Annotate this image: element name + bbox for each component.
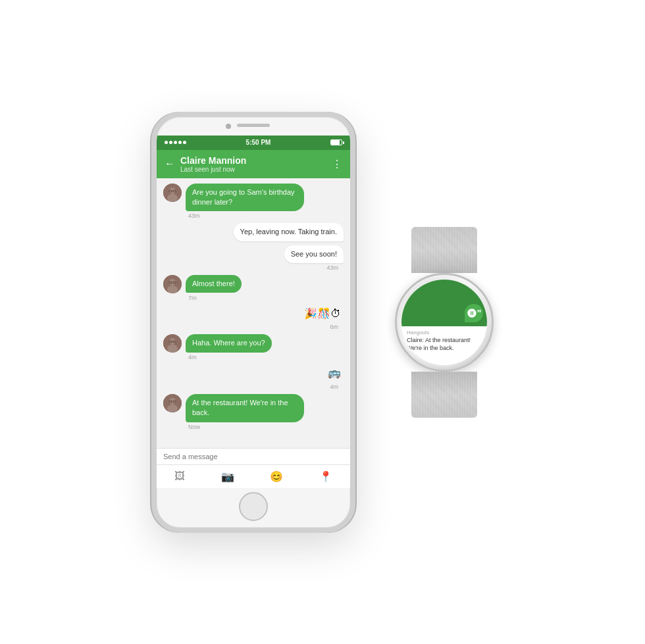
message-row-3: See you soon! [163, 245, 344, 263]
message-bubble-4: Almost there! [186, 275, 242, 293]
status-time: 5:50 PM [246, 139, 271, 146]
watch-crown [492, 313, 494, 332]
message-time-8: Now [186, 424, 344, 430]
svg-point-13 [169, 338, 176, 345]
message-block-8: At the restaurant! We're in the back. No… [163, 394, 344, 430]
message-row-7: 🚌 [163, 364, 344, 382]
watch-notification-header [401, 280, 487, 327]
avatar-image-6 [163, 334, 182, 353]
svg-point-20 [167, 405, 178, 412]
message-bubble-1: Are you going to Sam's birthday dinner l… [186, 184, 304, 212]
status-bar: 5:50 PM [157, 136, 350, 150]
message-bubble-2: Yep, leaving now. Taking train. [234, 223, 344, 241]
contact-info: Claire Mannion Last seen just now [180, 155, 326, 173]
avatar-image-1 [163, 184, 182, 202]
signal-dot-3 [174, 141, 177, 144]
message-time-5: 6m [163, 324, 341, 330]
watch-app-label: Hangouts [407, 330, 482, 335]
message-input-area [157, 448, 350, 464]
avatar-image-8 [163, 394, 182, 412]
watch-band-bottom [411, 372, 477, 418]
location-icon[interactable]: 📍 [314, 468, 338, 485]
phone-home-button[interactable] [239, 492, 268, 521]
signal-dots [165, 141, 186, 144]
message-row-1: Are you going to Sam's birthday dinner l… [163, 184, 344, 212]
message-row-6: Haha. Where are you? [163, 334, 344, 353]
band-mesh-bottom [411, 372, 477, 418]
message-row-8: At the restaurant! We're in the back. [163, 394, 344, 422]
message-bubble-3: See you soon! [284, 245, 344, 263]
signal-dot-2 [169, 141, 172, 144]
watch-message-text: Claire: At the restaurant! We're in the … [407, 337, 482, 352]
message-time-7: 4m [163, 384, 341, 390]
message-time-3: 43m [163, 264, 341, 271]
back-button[interactable]: ← [165, 158, 175, 170]
message-block-5: 🎉🎊⏱ 6m [163, 305, 344, 330]
phone-device: 5:50 PM ← Claire Mannion Last seen just … [151, 112, 355, 533]
phone-volume-up [151, 196, 153, 216]
contact-name: Claire Mannion [180, 155, 326, 166]
avatar-claire-4 [163, 275, 182, 293]
message-block-1: Are you going to Sam's birthday dinner l… [163, 184, 344, 220]
avatar-claire-1 [163, 184, 182, 202]
message-block-4: Almost there! 7m [163, 275, 344, 301]
band-mesh-top [411, 227, 477, 273]
hangouts-app-icon [465, 304, 483, 322]
phone-volume-down [151, 222, 153, 242]
svg-point-19 [169, 398, 176, 405]
message-row-4: Almost there! [163, 275, 344, 293]
chat-header: ← Claire Mannion Last seen just now ⋮ [157, 150, 350, 178]
svg-point-8 [167, 285, 178, 293]
svg-point-2 [167, 194, 178, 202]
watch-band-top [411, 227, 477, 273]
message-row-5: 🎉🎊⏱ [163, 305, 344, 322]
message-block-2: Yep, leaving now. Taking train. [163, 223, 344, 241]
chat-area: Are you going to Sam's birthday dinner l… [157, 178, 350, 448]
input-toolbar: 🖼 📷 😊 📍 [157, 464, 350, 488]
camera-icon[interactable]: 📷 [216, 468, 240, 485]
signal-dot-5 [183, 141, 186, 144]
message-bubble-5: 🎉🎊⏱ [301, 305, 344, 322]
svg-point-7 [169, 279, 176, 285]
svg-point-14 [167, 345, 178, 353]
message-block-7: 🚌 4m [163, 364, 344, 389]
sticker-icon[interactable]: 😊 [265, 468, 288, 485]
signal-dot-4 [178, 141, 182, 144]
overflow-menu-icon[interactable]: ⋮ [332, 158, 342, 170]
battery-icon [330, 139, 342, 145]
message-input[interactable] [163, 453, 344, 460]
message-block-3: See you soon! 43m [163, 245, 344, 271]
phone-power-button [354, 209, 355, 242]
watch-device: Hangouts Claire: At the restaurant! We'r… [395, 227, 494, 418]
message-bubble-8: At the restaurant! We're in the back. [186, 394, 304, 422]
image-attachment-icon[interactable]: 🖼 [169, 468, 190, 485]
svg-point-1 [169, 187, 176, 194]
scene: 5:50 PM ← Claire Mannion Last seen just … [0, 0, 645, 644]
watch-screen-content: Hangouts Claire: At the restaurant! We'r… [401, 280, 487, 365]
avatar-image-4 [163, 275, 182, 293]
watch-case: Hangouts Claire: At the restaurant! We'r… [395, 273, 494, 372]
message-time-6: 4m [186, 354, 344, 360]
phone-camera [226, 124, 231, 129]
message-row-2: Yep, leaving now. Taking train. [163, 223, 344, 241]
message-bubble-7: 🚌 [325, 364, 344, 382]
last-seen-status: Last seen just now [180, 166, 326, 173]
message-block-6: Haha. Where are you? 4m [163, 334, 344, 360]
phone-speaker [237, 124, 270, 127]
avatar-claire-6 [163, 334, 182, 353]
phone-screen: 5:50 PM ← Claire Mannion Last seen just … [157, 136, 350, 488]
message-bubble-6: Haha. Where are you? [186, 334, 272, 352]
signal-dot-1 [165, 141, 168, 144]
watch-notification-body: Hangouts Claire: At the restaurant! We'r… [401, 326, 487, 365]
avatar-claire-8 [163, 394, 182, 412]
message-time-4: 7m [186, 295, 344, 301]
message-time-1: 43m [186, 212, 344, 219]
battery-fill [331, 140, 340, 145]
watch-screen: Hangouts Claire: At the restaurant! We'r… [401, 280, 487, 365]
